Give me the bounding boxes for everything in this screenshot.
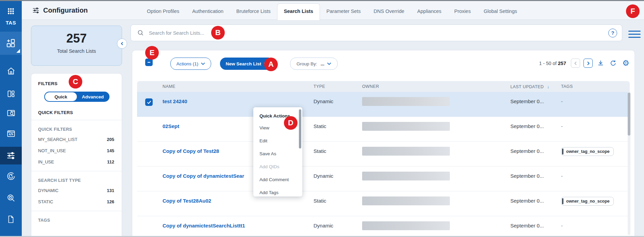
indeterminate-icon bbox=[147, 60, 151, 64]
divider bbox=[31, 120, 122, 120]
actions-button[interactable]: Actions (1) bbox=[170, 58, 211, 70]
previous-page-button[interactable] bbox=[571, 59, 580, 68]
table-row[interactable]: Copy of dynamictestSearchListtt1 Dynamic… bbox=[137, 216, 630, 237]
column-owner[interactable]: OWNER bbox=[362, 84, 510, 89]
configuration-sliders-title-icon bbox=[32, 6, 40, 14]
annotation-badge-f: F bbox=[626, 4, 640, 18]
menu-item-add-qids: Add QIDs bbox=[253, 160, 302, 173]
quick-filters-section: QUICK FILTERS MY_SEARCH_LIST205 NOT_IN_U… bbox=[31, 127, 122, 171]
sort-descending-icon: ↓ bbox=[547, 84, 549, 89]
chevron-down-icon bbox=[327, 62, 331, 65]
menu-item-save-as[interactable]: Save As bbox=[253, 147, 302, 160]
menu-hamburger-icon[interactable] bbox=[628, 31, 641, 39]
annotation-badge-d: D bbox=[284, 116, 298, 130]
total-search-lists-card: 257 Total Search Lists bbox=[31, 26, 122, 66]
tags-section-heading: TAGS bbox=[38, 218, 122, 223]
owner-redacted bbox=[362, 196, 450, 205]
tab-bruteforce-lists[interactable]: Bruteforce Lists bbox=[230, 4, 277, 19]
select-all-checkbox[interactable] bbox=[145, 59, 153, 66]
filter-mode-toggle[interactable]: Quick Advanced bbox=[44, 92, 109, 102]
quick-filters-section-heading: QUICK FILTERS bbox=[38, 127, 122, 132]
pagination-total: 257 bbox=[558, 61, 566, 66]
next-page-button[interactable] bbox=[583, 59, 593, 68]
module-picker-icon[interactable] bbox=[0, 32, 22, 55]
page-title-group: Configuration bbox=[22, 1, 88, 19]
search-icon bbox=[137, 29, 144, 36]
filter-my-search-list[interactable]: MY_SEARCH_LIST205 bbox=[31, 134, 122, 145]
filters-panel: FILTERS Quick Advanced QUICK FILTERS QUI… bbox=[31, 73, 122, 237]
tab-authentication[interactable]: Authentication bbox=[186, 4, 230, 19]
toggle-quick[interactable]: Quick bbox=[45, 92, 77, 101]
tab-global-settings[interactable]: Global Settings bbox=[477, 4, 523, 19]
gear-icon[interactable]: ⚙ bbox=[621, 59, 630, 68]
tab-appliances[interactable]: Appliances bbox=[411, 4, 448, 19]
asset-view-icon[interactable] bbox=[0, 108, 22, 118]
menu-item-edit[interactable]: Edit bbox=[253, 134, 302, 147]
tab-option-profiles[interactable]: Option Profiles bbox=[140, 4, 186, 19]
app-launcher-icon[interactable] bbox=[0, 5, 22, 17]
owner-redacted bbox=[362, 172, 450, 180]
search-list-type-section: SEARCH LIST TYPE DYNAMIC131 STATIC126 bbox=[31, 178, 122, 211]
row-checkbox-checked[interactable] bbox=[145, 98, 153, 106]
pagination-range: 1 - 50 of 257 bbox=[539, 61, 566, 66]
page-title: Configuration bbox=[43, 6, 88, 14]
column-name[interactable]: NAME bbox=[163, 84, 313, 89]
table-row[interactable]: Copy of Copy of Test28 Static September … bbox=[137, 142, 630, 167]
table-scrollbar-thumb[interactable] bbox=[628, 93, 630, 136]
table-row[interactable]: Copy of Test28Au02 Static September 0...… bbox=[137, 191, 630, 216]
menu-scrollbar[interactable] bbox=[299, 109, 301, 148]
refresh-icon[interactable] bbox=[609, 59, 618, 68]
column-tags[interactable]: TAGS bbox=[561, 84, 630, 89]
total-count-label: Total Search Lists bbox=[31, 48, 122, 54]
quick-filters-subtitle: QUICK FILTERS bbox=[38, 110, 122, 115]
tab-parameter-sets[interactable]: Parameter Sets bbox=[320, 4, 367, 19]
chevron-down-icon bbox=[201, 62, 205, 65]
table-row[interactable]: test 24240 Dynamic September 0... - bbox=[137, 92, 630, 117]
scan-radar-icon[interactable] bbox=[0, 171, 22, 181]
search-list-type-heading: SEARCH LIST TYPE bbox=[38, 178, 122, 183]
column-last-updated[interactable]: LAST UPDATED ↓ bbox=[510, 84, 561, 89]
check-icon bbox=[147, 100, 151, 104]
owner-redacted bbox=[362, 97, 450, 106]
reports-document-icon[interactable] bbox=[0, 214, 22, 224]
divider bbox=[31, 211, 122, 211]
search-lists-panel: Actions (1) New Search List Group By: ..… bbox=[132, 50, 635, 237]
config-tabs: Option Profiles Authentication Bruteforc… bbox=[88, 1, 524, 19]
table-row[interactable]: Copy of Copy of dynamictestSear Dynamic … bbox=[137, 167, 630, 191]
menu-item-add-tags[interactable]: Add Tags bbox=[253, 186, 302, 196]
filter-in-use[interactable]: IN_USE112 bbox=[31, 156, 122, 168]
top-header: Configuration Option Profiles Authentica… bbox=[22, 1, 644, 20]
annotation-badge-a: A bbox=[264, 58, 278, 71]
home-icon[interactable] bbox=[0, 66, 22, 76]
tab-search-lists[interactable]: Search Lists bbox=[277, 3, 320, 20]
module-picker-expand-icon bbox=[16, 49, 20, 53]
download-icon[interactable] bbox=[596, 59, 605, 68]
help-icon[interactable]: ? bbox=[608, 29, 617, 37]
chevron-left-icon bbox=[574, 61, 577, 65]
toggle-advanced[interactable]: Advanced bbox=[77, 92, 109, 101]
configuration-sliders-icon[interactable] bbox=[0, 147, 22, 164]
annotation-badge-b: B bbox=[211, 26, 225, 40]
menu-item-add-comment[interactable]: Add Comment bbox=[253, 173, 302, 186]
search-list-name-link[interactable]: Copy of dynamictestSearchListtt1 bbox=[163, 223, 313, 228]
owner-redacted bbox=[362, 221, 450, 230]
chevron-left-icon bbox=[120, 42, 124, 46]
filter-dynamic[interactable]: DYNAMIC131 bbox=[31, 185, 122, 196]
column-type[interactable]: TYPE bbox=[313, 84, 362, 89]
table-row[interactable]: 02Sept Static September 0... - bbox=[137, 117, 630, 142]
tag-badge: owner_tag_no_scope bbox=[561, 147, 614, 156]
owner-redacted bbox=[362, 122, 450, 131]
dashboard-icon[interactable] bbox=[0, 89, 22, 99]
collapse-panel-button[interactable] bbox=[117, 38, 127, 49]
tab-proxies[interactable]: Proxies bbox=[448, 4, 477, 19]
search-list-name-link[interactable]: test 24240 bbox=[163, 98, 313, 104]
detection-search-icon[interactable] bbox=[0, 193, 22, 203]
total-count: 257 bbox=[31, 31, 122, 46]
tab-dns-override[interactable]: DNS Override bbox=[367, 4, 411, 19]
group-by-dropdown[interactable]: Group By: ... bbox=[290, 58, 338, 70]
filter-static[interactable]: STATIC126 bbox=[31, 196, 122, 207]
filter-not-in-use[interactable]: NOT_IN_USE145 bbox=[31, 145, 122, 156]
pagination-controls: 1 - 50 of 257 ⚙ bbox=[539, 59, 630, 68]
web-application-icon[interactable] bbox=[0, 128, 22, 139]
search-list-name-link[interactable]: Copy of Test28Au02 bbox=[163, 198, 313, 204]
